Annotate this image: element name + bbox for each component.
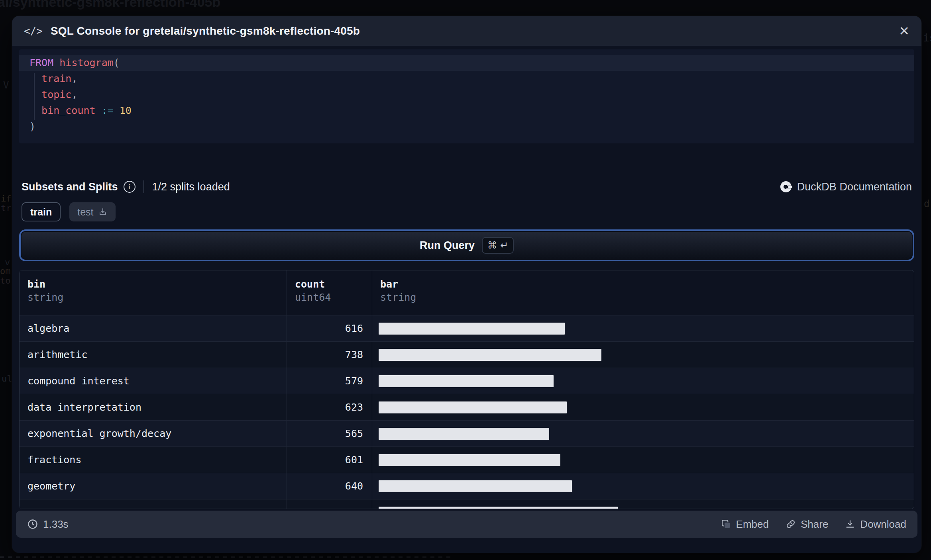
background-dotted-line [0,556,450,558]
results-table: binstringcountuint64barstring algebra616… [19,270,914,509]
split-chip-test[interactable]: test [69,202,116,221]
keyboard-shortcut-badge: ⌘↵ [482,237,514,254]
sql-token [53,57,59,69]
embed-button[interactable]: Embed [721,518,769,531]
sql-token: train [41,73,71,84]
cell-bar [372,368,914,394]
sql-token: histogram [59,57,113,69]
cell-count: 601 [287,447,372,473]
sql-token [114,105,120,116]
bar-value [379,375,554,387]
background-text-fragment: om [0,266,11,276]
sql-token: ( [114,57,120,69]
sql-code: FROM histogram( train, topic, bin_count … [19,55,914,135]
kbd-key: ⌘ [487,240,497,251]
subsets-heading: Subsets and Splits [22,181,118,193]
indent-guide [34,73,35,120]
sql-console-modal: </> SQL Console for gretelai/synthetic-g… [12,16,921,553]
table-row[interactable]: geometry640 [20,473,914,499]
share-label: Share [801,518,828,531]
bar-value [379,428,549,440]
table-row[interactable]: data interpretation623 [20,394,914,420]
cell-bin: arithmetic [20,342,287,368]
sql-token: , [71,73,77,84]
download-button[interactable]: Download [845,518,906,531]
splits-loaded-status: 1/2 splits loaded [152,181,230,193]
sql-code-line: ) [19,119,914,135]
table-row[interactable]: exponential growth/decay565 [20,420,914,446]
embed-label: Embed [736,518,769,531]
query-footer: 1.33s Embed Share Down [16,511,917,538]
cell-bin: geometry [20,473,287,499]
table-row[interactable]: compound interest579 [20,368,914,394]
bar-value [379,349,601,361]
background-text-fragment: is [923,32,931,44]
column-header-count[interactable]: countuint64 [287,270,372,315]
sql-code-line: FROM histogram( [19,55,914,71]
run-query-label: Run Query [420,239,475,252]
cell-bar [372,421,914,446]
background-page-title: ai/synthetic-gsm8k-reflection-405b [0,0,220,10]
sql-token: , [71,89,77,100]
column-header-bin[interactable]: binstring [20,270,287,315]
cell-bin: data interpretation [20,394,287,420]
sql-code-line: train, [19,71,914,87]
cell-count: 579 [287,368,372,394]
cell-count: 623 [287,394,372,420]
share-button[interactable]: Share [786,518,828,531]
column-type: string [27,291,287,304]
duckdb-documentation-label: DuckDB Documentation [797,181,912,193]
background-text-fragment: if [1,194,12,204]
sql-token [96,105,102,116]
sql-token: 10 [120,105,132,116]
bar-value [379,507,618,509]
table-row[interactable]: algebra616 [20,315,914,341]
share-link-icon [786,519,796,529]
sql-code-line: topic, [19,87,914,103]
sql-token: topic [41,89,71,100]
column-type: string [380,291,914,304]
sql-code-line: bin_count := 10 [19,103,914,119]
download-icon [845,519,855,529]
code-icon: </> [24,25,43,37]
column-type: uint64 [295,291,372,304]
background-text-fragment: tr [1,203,12,213]
split-chips: traintest [22,202,116,221]
close-icon[interactable]: ✕ [899,25,909,37]
cell-count: 565 [287,421,372,446]
background-text-fragment: d [924,198,929,210]
table-row[interactable]: arithmetic738 [20,341,914,368]
embed-icon [721,519,731,529]
column-name: bin [27,278,287,291]
cell-bin: fractions [20,447,287,473]
column-name: bar [380,278,914,291]
info-icon[interactable]: i [124,181,136,193]
split-chip-label: train [30,206,52,218]
query-duration: 1.33s [27,518,69,531]
sql-token: FROM [29,57,53,69]
modal-titlebar: </> SQL Console for gretelai/synthetic-g… [12,16,921,46]
table-row[interactable]: fractions601 [20,446,914,473]
cell-count: 738 [287,342,372,368]
table-header: binstringcountuint64barstring [20,270,914,315]
background-text-fragment: V [3,80,9,91]
run-query-button[interactable]: Run Query ⌘↵ [19,229,914,261]
column-header-bar[interactable]: barstring [372,270,914,315]
kbd-key: ↵ [500,240,508,251]
cell-bar [372,342,914,368]
clock-icon [27,519,38,530]
column-name: count [295,278,372,291]
sql-token: := [102,105,114,116]
sql-token: bin_count [41,105,95,116]
footer-actions: Embed Share Download [721,518,906,531]
cell-bar [372,315,914,341]
sql-editor[interactable]: FROM histogram( train, topic, bin_count … [19,49,914,143]
table-row-partial[interactable] [20,499,914,509]
bar-value [379,454,560,466]
duckdb-logo-icon [780,181,792,193]
cell-bin: compound interest [20,368,287,394]
duckdb-documentation-link[interactable]: DuckDB Documentation [780,181,912,193]
modal-title: SQL Console for gretelai/synthetic-gsm8k… [51,25,360,37]
split-chip-train[interactable]: train [22,202,61,221]
cell-bar [372,499,914,509]
